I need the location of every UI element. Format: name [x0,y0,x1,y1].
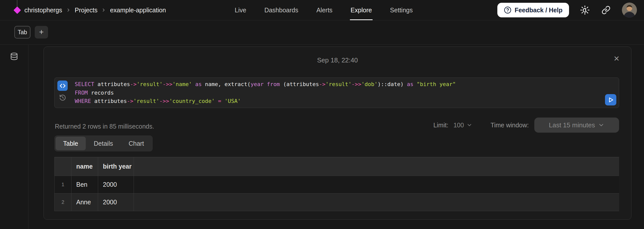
cell-birth-year: 2000 [98,194,134,211]
cell-name: Ben [71,176,98,193]
view-tab-table[interactable]: Table [56,137,86,150]
cell-filler [134,176,619,193]
column-header-birth-year: birth year [98,157,134,176]
breadcrumb-projects[interactable]: Projects [75,7,97,14]
limit-label: Limit: [433,122,449,129]
sql-editor: SELECT attributes->'result'->>'name' as … [54,78,619,108]
code-brackets-icon [59,83,66,89]
time-window-label: Time window: [491,122,529,129]
add-tab-button[interactable]: + [35,26,48,39]
query-timestamp: Sep 18, 22:40 [44,56,631,64]
brand-logo-diamond[interactable] [14,7,21,14]
limit-value: 100 [453,122,464,129]
time-window-value: Last 15 minutes [549,121,595,129]
database-icon [10,52,18,61]
cell-filler [134,194,619,211]
row-number-header [55,157,71,176]
top-right-actions: Feedback / Help [497,0,637,20]
play-icon [608,97,614,103]
breadcrumb: christophergs Projects example-applicati… [24,0,166,20]
close-icon[interactable]: ✕ [614,55,620,62]
user-avatar[interactable] [622,3,637,18]
nav-item-live[interactable]: Live [235,0,246,20]
tab-chip[interactable]: Tab [14,26,30,39]
run-query-button[interactable] [605,94,616,105]
results-table: namebirth year1Ben20002Anne2000 [54,157,619,211]
cell-birth-year: 2000 [98,176,134,193]
nav-item-explore[interactable]: Explore [351,0,372,20]
code-mode-button[interactable] [57,81,68,91]
sql-line-3: WHERE attributes->'result'->>'country_co… [75,97,601,105]
chevron-down-icon [466,122,472,128]
history-clock-icon [59,94,66,101]
breadcrumb-org[interactable]: christophergs [24,7,62,14]
chevron-right-icon [101,8,106,13]
table-header-row: namebirth year [55,157,619,176]
table-row: 2Anne2000 [55,194,619,211]
time-window-dropdown[interactable]: Last 15 minutes [534,118,619,133]
top-nav-bar: christophergs Projects example-applicati… [0,0,644,20]
row-number: 2 [55,194,71,211]
help-circle-icon [504,6,511,14]
column-header-name: name [71,157,98,176]
view-tab-details[interactable]: Details [86,137,120,150]
feedback-help-button[interactable]: Feedback / Help [497,3,569,17]
query-result-card: Sep 18, 22:40 ✕ SELECT attributes->'resu… [44,47,631,220]
nav-item-alerts[interactable]: Alerts [316,0,333,20]
logo-connector-line [17,0,17,7]
chevron-down-icon [598,122,605,128]
query-controls: Limit: 100 Time window: Last 15 minutes [433,117,619,133]
feedback-help-label: Feedback / Help [515,7,562,14]
tab-strip: Tab + [0,21,644,45]
view-tab-chart[interactable]: Chart [121,137,151,150]
primary-nav: LiveDashboardsAlertsExploreSettings [235,0,413,20]
share-link-button[interactable] [601,5,611,15]
query-status-text: Returned 2 rows in 85 milliseconds. [55,119,154,133]
schema-browser-button[interactable] [9,51,19,61]
breadcrumb-project-name[interactable]: example-application [110,7,166,14]
query-history-button[interactable] [58,93,67,102]
left-sidebar [0,45,28,229]
row-number: 1 [55,176,71,193]
theme-toggle-button[interactable] [580,5,590,15]
sql-code-input[interactable]: SELECT attributes->'result'->>'name' as … [75,80,601,105]
link-icon [601,6,611,15]
cell-name: Anne [71,194,98,211]
column-header-filler [134,157,619,176]
sql-line-1: SELECT attributes->'result'->>'name' as … [75,80,601,89]
sql-line-2: FROM records [75,89,601,97]
limit-dropdown[interactable]: 100 [453,122,472,129]
nav-item-settings[interactable]: Settings [390,0,413,20]
result-view-tabs: TableDetailsChart [54,135,153,151]
theme-sun-moon-icon [580,5,590,15]
table-row: 1Ben2000 [55,176,619,194]
nav-item-dashboards[interactable]: Dashboards [264,0,298,20]
chevron-right-icon [66,8,71,13]
